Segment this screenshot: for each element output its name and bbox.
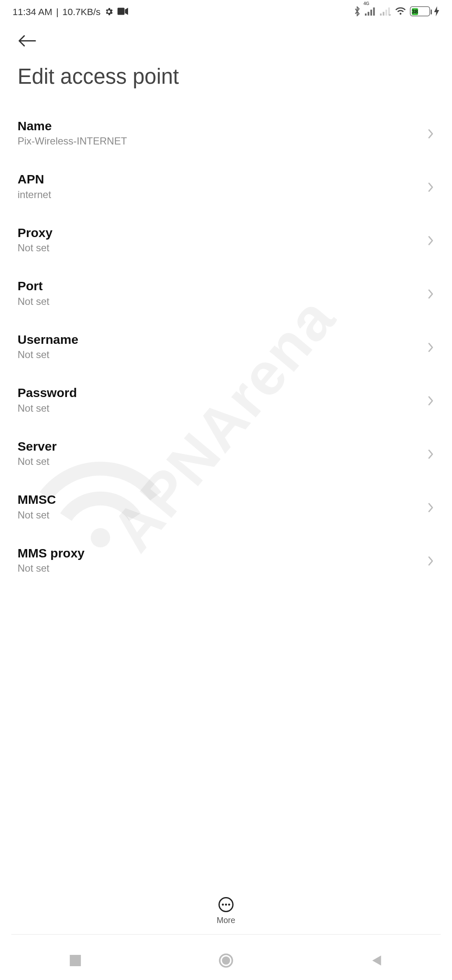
row-label: Proxy: [18, 226, 421, 240]
chevron-right-icon: [427, 555, 434, 569]
row-apn[interactable]: APN internet: [0, 160, 452, 213]
status-divider: |: [56, 6, 59, 17]
row-value: Not set: [18, 296, 421, 307]
row-mmsc[interactable]: MMSC Not set: [0, 480, 452, 534]
chevron-right-icon: [427, 128, 434, 142]
charging-icon: [434, 6, 440, 16]
chevron-right-icon: [427, 395, 434, 409]
svg-rect-7: [385, 10, 387, 15]
row-value: internet: [18, 189, 421, 201]
row-value: Not set: [18, 242, 421, 254]
wifi-icon: [395, 7, 406, 16]
status-speed: 10.7KB/s: [62, 6, 100, 17]
nav-home-button[interactable]: [217, 951, 236, 970]
nav-recent-button[interactable]: [66, 951, 85, 970]
more-button[interactable]: More: [0, 890, 452, 934]
row-label: Port: [18, 279, 421, 294]
svg-rect-16: [70, 955, 81, 966]
svg-point-13: [222, 904, 224, 906]
row-server[interactable]: Server Not set: [0, 427, 452, 480]
chevron-right-icon: [427, 502, 434, 516]
page-title: Edit access point: [0, 53, 452, 106]
signal-secondary-icon: x: [380, 7, 391, 16]
row-password[interactable]: Password Not set: [0, 373, 452, 427]
back-button[interactable]: [18, 34, 35, 48]
screen-header: [0, 23, 452, 53]
gear-icon: [104, 7, 114, 16]
chevron-right-icon: [427, 181, 434, 195]
status-bar: 11:34 AM | 10.7KB/s 4G x: [0, 0, 452, 23]
battery-icon: 38: [410, 6, 430, 16]
svg-rect-6: [383, 12, 384, 15]
row-label: MMSC: [18, 493, 421, 507]
chevron-right-icon: [427, 448, 434, 462]
row-label: Name: [18, 119, 421, 134]
svg-point-14: [225, 904, 227, 906]
svg-point-18: [222, 957, 230, 965]
chevron-right-icon: [427, 235, 434, 248]
chevron-right-icon: [427, 341, 434, 355]
row-value: Not set: [18, 349, 421, 361]
svg-rect-3: [370, 10, 372, 15]
svg-rect-5: [380, 13, 382, 15]
row-value: Not set: [18, 510, 421, 521]
video-icon: [118, 8, 128, 15]
svg-rect-1: [365, 13, 367, 15]
signal-4g-icon: 4G: [365, 7, 376, 16]
row-value: Not set: [18, 403, 421, 414]
row-value: Not set: [18, 563, 421, 574]
more-label: More: [217, 916, 235, 925]
svg-rect-0: [118, 8, 125, 15]
svg-point-10: [400, 13, 402, 15]
svg-text:x: x: [389, 13, 391, 15]
row-port[interactable]: Port Not set: [0, 266, 452, 320]
row-label: MMS proxy: [18, 546, 421, 561]
svg-rect-2: [367, 12, 369, 15]
row-mms-proxy[interactable]: MMS proxy Not set: [0, 534, 452, 587]
svg-rect-4: [373, 8, 375, 16]
row-label: APN: [18, 172, 421, 187]
divider: [11, 934, 441, 935]
row-proxy[interactable]: Proxy Not set: [0, 213, 452, 267]
row-value: Pix-Wireless-INTERNET: [18, 136, 421, 147]
settings-list: Name Pix-Wireless-INTERNET APN internet …: [0, 106, 452, 587]
bluetooth-icon: [354, 6, 361, 16]
status-time: 11:34 AM: [13, 6, 52, 17]
row-label: Server: [18, 439, 421, 454]
row-label: Username: [18, 333, 421, 347]
more-icon: [218, 897, 234, 913]
svg-point-15: [228, 904, 230, 906]
row-username[interactable]: Username Not set: [0, 320, 452, 374]
row-value: Not set: [18, 456, 421, 467]
row-label: Password: [18, 386, 421, 400]
nav-back-button[interactable]: [367, 951, 386, 970]
chevron-right-icon: [427, 288, 434, 302]
system-nav-bar: [0, 941, 452, 980]
row-name[interactable]: Name Pix-Wireless-INTERNET: [0, 106, 452, 160]
